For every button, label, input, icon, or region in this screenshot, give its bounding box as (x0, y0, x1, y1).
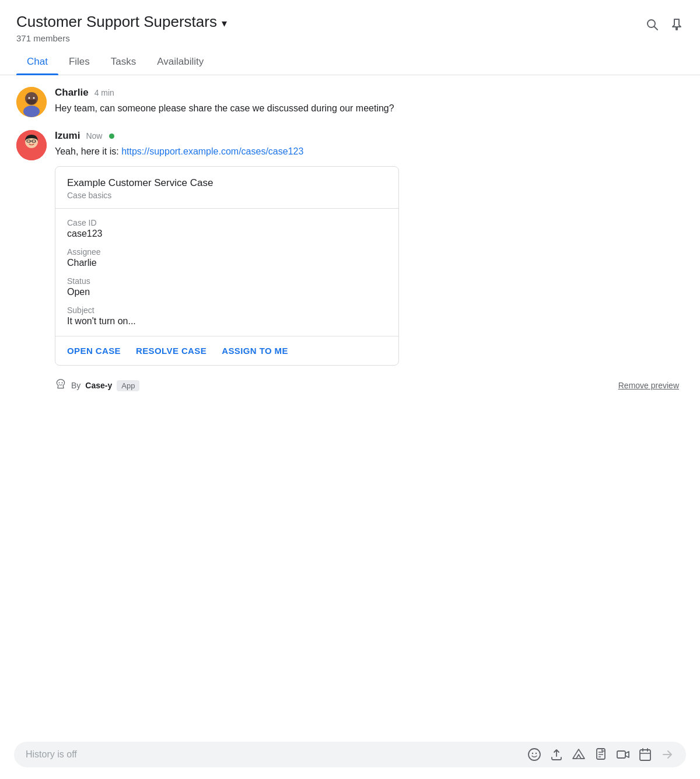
case-card: Example Customer Service Case Case basic… (55, 166, 399, 366)
tab-chat[interactable]: Chat (16, 49, 58, 75)
tab-tasks[interactable]: Tasks (100, 49, 146, 75)
upload-icon[interactable] (550, 748, 564, 762)
docs-icon[interactable] (594, 748, 608, 762)
time-charlie: 4 min (94, 88, 114, 97)
field-label-case-id: Case ID (67, 218, 387, 227)
svg-point-4 (23, 106, 40, 117)
input-placeholder: History is off (26, 749, 519, 760)
members-count: 371 members (16, 33, 227, 43)
field-label-subject: Subject (67, 306, 387, 315)
message-row-charlie: Charlie 4 min Hey team, can someone plea… (16, 87, 684, 117)
svg-point-16 (532, 753, 533, 754)
svg-point-6 (33, 97, 35, 99)
svg-point-14 (62, 382, 63, 383)
message-meta-izumi: Izumi Now (55, 130, 399, 142)
field-value-case-id: case123 (67, 229, 387, 239)
avatar-izumi (16, 130, 47, 160)
field-assignee: Assignee Charlie (67, 247, 387, 268)
group-title: Customer Support Superstars (16, 13, 217, 31)
case-card-subtitle: Case basics (67, 191, 387, 200)
field-label-assignee: Assignee (67, 247, 387, 257)
field-subject: Subject It won't turn on... (67, 306, 387, 327)
message-text-izumi: Yeah, here it is: https://support.exampl… (55, 145, 399, 159)
emoji-icon[interactable] (527, 748, 541, 762)
open-case-button[interactable]: OPEN CASE (67, 346, 121, 356)
chevron-down-icon[interactable]: ▾ (222, 17, 227, 30)
tab-files[interactable]: Files (58, 49, 100, 75)
search-icon[interactable] (645, 17, 659, 35)
svg-rect-23 (617, 751, 625, 758)
field-label-status: Status (67, 276, 387, 286)
header: Customer Support Superstars ▾ 371 member… (0, 0, 700, 43)
svg-point-17 (536, 753, 537, 754)
case-card-header: Example Customer Service Case Case basic… (55, 167, 398, 209)
online-indicator (109, 134, 114, 139)
by-app-row: By Case-y App Remove preview (55, 378, 684, 393)
send-icon[interactable] (660, 748, 674, 762)
casey-icon (55, 378, 66, 393)
svg-line-1 (654, 27, 658, 30)
field-status: Status Open (67, 276, 387, 297)
svg-point-13 (59, 382, 60, 383)
svg-rect-24 (640, 750, 650, 760)
app-badge: App (117, 380, 139, 391)
video-icon[interactable] (616, 748, 630, 762)
header-actions (645, 17, 684, 35)
tab-availability[interactable]: Availability (146, 49, 214, 75)
pin-icon[interactable] (670, 17, 684, 35)
tabs: Chat Files Tasks Availability (0, 49, 700, 75)
field-value-subject: It won't turn on... (67, 316, 387, 327)
svg-point-9 (23, 149, 40, 160)
svg-rect-19 (597, 749, 605, 759)
bottom-spacer (0, 407, 700, 459)
case-card-actions: OPEN CASE RESOLVE CASE ASSIGN TO ME (55, 336, 398, 365)
message-text-charlie: Hey team, can someone please share the c… (55, 101, 394, 116)
calendar-icon[interactable] (638, 748, 652, 762)
message-body-charlie: Charlie 4 min Hey team, can someone plea… (55, 87, 394, 116)
field-value-status: Open (67, 287, 387, 297)
message-meta-charlie: Charlie 4 min (55, 87, 394, 99)
sender-izumi: Izumi (55, 130, 80, 142)
case-card-title: Example Customer Service Case (67, 177, 387, 189)
svg-point-15 (528, 749, 540, 760)
resolve-case-button[interactable]: RESOLVE CASE (136, 346, 206, 356)
field-value-assignee: Charlie (67, 258, 387, 268)
avatar-charlie (16, 87, 47, 117)
case-link[interactable]: https://support.example.com/cases/case12… (121, 146, 303, 156)
case-card-body: Case ID case123 Assignee Charlie Status … (55, 209, 398, 336)
assign-to-me-button[interactable]: ASSIGN TO ME (222, 346, 288, 356)
message-row-izumi: Izumi Now Yeah, here it is: https://supp… (16, 130, 684, 366)
app-name: Case-y (85, 381, 112, 390)
time-izumi: Now (86, 131, 102, 141)
svg-point-5 (29, 97, 30, 99)
message-body-izumi: Izumi Now Yeah, here it is: https://supp… (55, 130, 399, 366)
chat-content: Charlie 4 min Hey team, can someone plea… (0, 75, 700, 393)
header-left: Customer Support Superstars ▾ 371 member… (16, 13, 227, 43)
remove-preview-link[interactable]: Remove preview (618, 381, 679, 390)
drive-icon[interactable] (572, 748, 586, 762)
sender-charlie: Charlie (55, 87, 89, 99)
input-bar: History is off (14, 742, 686, 767)
header-title: Customer Support Superstars ▾ (16, 13, 227, 31)
field-case-id: Case ID case123 (67, 218, 387, 239)
by-label: By (71, 381, 80, 390)
